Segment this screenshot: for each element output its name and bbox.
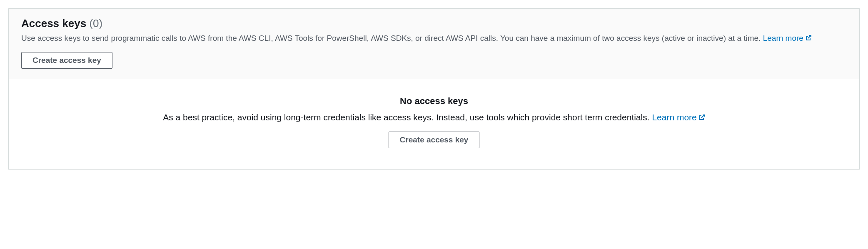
panel-title: Access keys (0) xyxy=(21,17,847,30)
panel-header: Access keys (0) Use access keys to send … xyxy=(9,9,859,79)
create-access-key-button-empty[interactable]: Create access key xyxy=(389,132,480,148)
learn-more-link-text: Learn more xyxy=(763,34,803,42)
learn-more-link-empty[interactable]: Learn more xyxy=(652,112,705,122)
create-access-key-button-header[interactable]: Create access key xyxy=(21,52,112,69)
empty-state-description: As a best practice, avoid using long-ter… xyxy=(21,112,847,122)
panel-description-text: Use access keys to send programmatic cal… xyxy=(21,34,763,42)
panel-title-text: Access keys xyxy=(21,17,86,30)
empty-state-title: No access keys xyxy=(21,96,847,107)
empty-description-text: As a best practice, avoid using long-ter… xyxy=(163,112,652,122)
panel-title-count: (0) xyxy=(89,17,102,30)
learn-more-link-header[interactable]: Learn more xyxy=(763,34,812,42)
access-keys-panel: Access keys (0) Use access keys to send … xyxy=(8,8,860,169)
panel-body-empty: No access keys As a best practice, avoid… xyxy=(9,79,859,169)
panel-description: Use access keys to send programmatic cal… xyxy=(21,32,847,45)
external-link-icon xyxy=(698,113,705,120)
learn-more-link-empty-text: Learn more xyxy=(652,112,696,122)
external-link-icon xyxy=(805,33,812,40)
